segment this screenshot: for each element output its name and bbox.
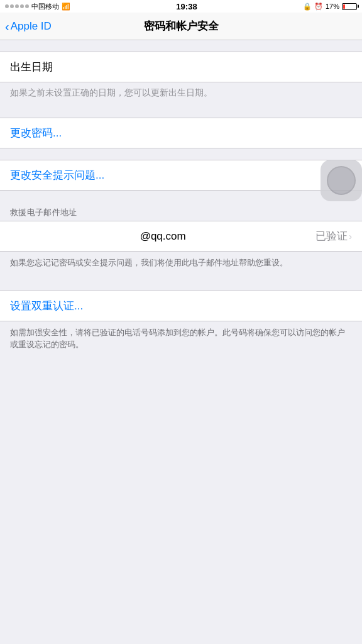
birthdate-label: 出生日期 xyxy=(10,60,53,74)
birthdate-row: 出生日期 xyxy=(0,52,362,82)
back-chevron-icon: ‹ xyxy=(5,20,9,33)
main-content: 出生日期 如果之前未设置正确的日期，您可以更新出生日期。 更改密码... 更改安… xyxy=(0,40,362,361)
change-password-card: 更改密码... xyxy=(0,118,362,148)
wifi-icon: 📶 xyxy=(62,3,70,11)
carrier-label: 中国移动 xyxy=(31,2,59,11)
change-password-row[interactable]: 更改密码... xyxy=(0,118,362,148)
status-left: 中国移动 📶 xyxy=(5,2,70,11)
two-factor-row[interactable]: 设置双重认证... xyxy=(0,291,362,321)
change-password-link[interactable]: 更改密码... xyxy=(10,126,62,140)
status-bar: 中国移动 📶 19:38 🔒 ⏰ 17% xyxy=(0,0,362,13)
two-factor-footer: 如需加强安全性，请将已验证的电话号码添加到您的帐户。此号码将确保您可以访问您的帐… xyxy=(0,321,362,361)
birthdate-desc: 如果之前未设置正确的日期，您可以更新出生日期。 xyxy=(0,82,362,106)
touch-id-overlay xyxy=(321,160,362,201)
status-right: 🔒 ⏰ 17% xyxy=(303,3,357,11)
security-question-link[interactable]: 更改安全提示问题... xyxy=(10,168,104,182)
verified-label: 已验证 xyxy=(315,229,348,243)
rescue-email-section: 救援电子邮件地址 @qq.com 已验证 › 如果您忘记记密码或安全提示问题，我… xyxy=(0,202,362,279)
touch-id-circle xyxy=(327,166,356,195)
rescue-email-footer: 如果您忘记记密码或安全提示问题，我们将使用此电子邮件地址帮助您重设。 xyxy=(0,252,362,279)
rescue-email-row[interactable]: @qq.com 已验证 › xyxy=(0,221,362,251)
rescue-email-value: @qq.com xyxy=(10,230,315,243)
signal-dots xyxy=(5,4,29,8)
two-factor-link[interactable]: 设置双重认证... xyxy=(10,299,83,313)
security-question-section: 更改安全提示问题... xyxy=(0,160,362,191)
nav-bar: ‹ Apple ID 密码和帐户安全 xyxy=(0,13,362,40)
status-time: 19:38 xyxy=(176,2,197,11)
battery-fill xyxy=(343,4,345,9)
rescue-email-card: @qq.com 已验证 › xyxy=(0,221,362,252)
signal-dot-3 xyxy=(15,4,19,8)
birthdate-card: 出生日期 xyxy=(0,52,362,82)
two-factor-section: 设置双重认证... 如需加强安全性，请将已验证的电话号码添加到您的帐户。此号码将… xyxy=(0,291,362,361)
battery-percent: 17% xyxy=(326,3,339,10)
security-question-row[interactable]: 更改安全提示问题... xyxy=(0,160,362,190)
two-factor-card: 设置双重认证... xyxy=(0,291,362,321)
birthdate-section: 出生日期 如果之前未设置正确的日期，您可以更新出生日期。 xyxy=(0,52,362,106)
rescue-email-header: 救援电子邮件地址 xyxy=(0,202,362,221)
signal-dot-1 xyxy=(5,4,9,8)
battery-icon xyxy=(342,3,357,10)
alarm-icon: ⏰ xyxy=(314,3,323,11)
change-password-section: 更改密码... xyxy=(0,118,362,148)
lock-icon: 🔒 xyxy=(303,3,312,11)
signal-dot-5 xyxy=(25,4,29,8)
back-label: Apple ID xyxy=(11,20,52,33)
rescue-email-verified-container: 已验证 › xyxy=(315,229,352,243)
chevron-right-icon: › xyxy=(349,231,352,242)
signal-dot-2 xyxy=(10,4,14,8)
security-question-card: 更改安全提示问题... xyxy=(0,160,362,191)
page-title: 密码和帐户安全 xyxy=(144,19,219,33)
back-button[interactable]: ‹ Apple ID xyxy=(5,20,52,33)
signal-dot-4 xyxy=(20,4,24,8)
